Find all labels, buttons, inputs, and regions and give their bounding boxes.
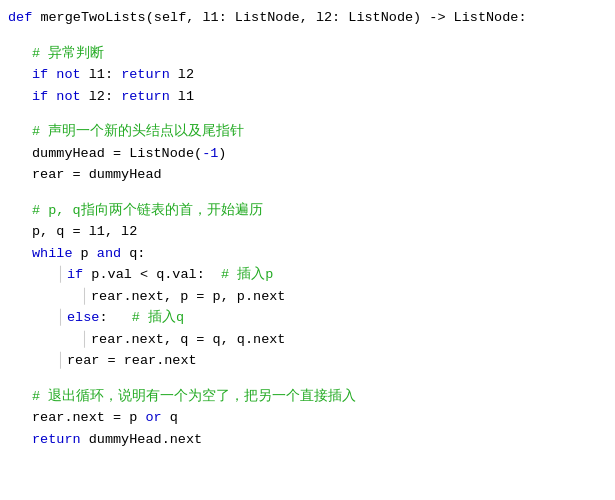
code-token: :: [99, 308, 123, 329]
code-line: # 异常判断: [0, 44, 615, 66]
code-token: if: [32, 87, 56, 108]
code-token: :: [332, 8, 348, 29]
code-token: # 异常判断: [32, 44, 104, 65]
code-token: # 插入p: [221, 265, 273, 286]
code-line: rear.next = p or q: [0, 408, 615, 430]
code-token: # 插入q: [124, 308, 184, 329]
code-token: # p, q指向两个链表的首，开始遍历: [32, 201, 263, 222]
code-token: rear.next = p: [32, 408, 145, 429]
code-token: def: [8, 8, 40, 29]
indent-bar: │: [56, 267, 65, 282]
code-token: # 声明一个新的头结点以及尾指针: [32, 122, 244, 143]
code-token: rear.next, p = p, p.next: [91, 287, 285, 308]
code-token: ListNode: [454, 8, 519, 29]
indent-bar: │: [56, 310, 65, 325]
code-token: dummyHead.next: [89, 430, 202, 451]
code-editor: def mergeTwoLists(self, l1: ListNode, l2…: [0, 0, 615, 500]
code-line: while p and q:: [0, 244, 615, 266]
code-token: dummyHead = ListNode(: [32, 144, 202, 165]
code-token: ,: [300, 8, 316, 29]
code-line: if not l2: return l1: [0, 87, 615, 109]
code-token: ListNode: [235, 8, 300, 29]
code-token: :: [219, 8, 235, 29]
code-line: def mergeTwoLists(self, l1: ListNode, l2…: [0, 8, 615, 30]
code-token: or: [145, 408, 169, 429]
code-token: rear = dummyHead: [32, 165, 162, 186]
code-line: # p, q指向两个链表的首，开始遍历: [0, 201, 615, 223]
code-line: │rear.next, q = q, q.next: [0, 330, 615, 352]
code-token: p.val < q.val:: [91, 265, 221, 286]
code-token: l2:: [89, 87, 121, 108]
indent-bar: │: [80, 289, 89, 304]
code-token: -1: [202, 144, 218, 165]
code-token: self: [154, 8, 186, 29]
code-token: p: [81, 244, 97, 265]
code-token: return: [121, 87, 178, 108]
code-line: return dummyHead.next: [0, 430, 615, 452]
code-token: p, q = l1, l2: [32, 222, 137, 243]
code-line: if not l1: return l2: [0, 65, 615, 87]
code-token: ): [218, 144, 226, 165]
code-token: return: [121, 65, 178, 86]
code-token: not: [56, 87, 88, 108]
code-token: ) ->: [413, 8, 454, 29]
code-token: not: [56, 65, 88, 86]
code-token: if: [67, 265, 91, 286]
code-token: l1: [202, 8, 218, 29]
code-token: mergeTwoLists: [40, 8, 145, 29]
code-line: │rear.next, p = p, p.next: [0, 287, 615, 309]
code-token: if: [32, 65, 56, 86]
code-line: rear = dummyHead: [0, 165, 615, 187]
code-token: q:: [129, 244, 145, 265]
code-token: # 退出循环，说明有一个为空了，把另一个直接插入: [32, 387, 356, 408]
code-token: :: [518, 8, 526, 29]
code-token: else: [67, 308, 99, 329]
code-line: │if p.val < q.val: # 插入p: [0, 265, 615, 287]
indent-bar: │: [80, 332, 89, 347]
code-line: │rear = rear.next: [0, 351, 615, 373]
code-line: [0, 30, 615, 44]
code-line: # 声明一个新的头结点以及尾指针: [0, 122, 615, 144]
code-line: │else: # 插入q: [0, 308, 615, 330]
code-token: ListNode: [348, 8, 413, 29]
code-token: l1:: [89, 65, 121, 86]
code-token: q: [170, 408, 178, 429]
code-token: and: [97, 244, 129, 265]
code-line: [0, 108, 615, 122]
code-token: (: [146, 8, 154, 29]
code-line: dummyHead = ListNode(-1): [0, 144, 615, 166]
code-line: p, q = l1, l2: [0, 222, 615, 244]
code-line: [0, 373, 615, 387]
code-token: while: [32, 244, 81, 265]
code-token: l1: [178, 87, 194, 108]
code-token: rear = rear.next: [67, 351, 197, 372]
indent-bar: │: [56, 353, 65, 368]
code-line: [0, 187, 615, 201]
code-token: rear.next, q = q, q.next: [91, 330, 285, 351]
code-line: # 退出循环，说明有一个为空了，把另一个直接插入: [0, 387, 615, 409]
code-token: l2: [316, 8, 332, 29]
code-token: ,: [186, 8, 202, 29]
code-token: l2: [178, 65, 194, 86]
code-token: return: [32, 430, 89, 451]
